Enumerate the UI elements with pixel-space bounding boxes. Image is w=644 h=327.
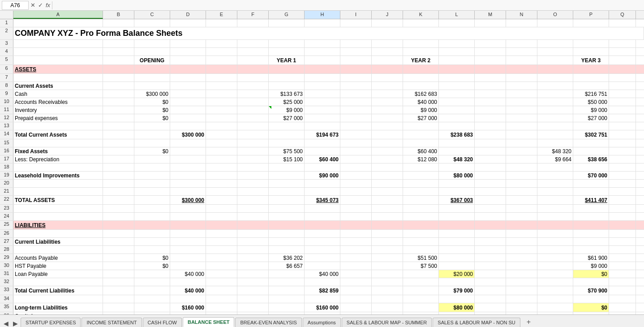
col-header-c[interactable]: C (134, 11, 170, 19)
tab-sales-labour-non-su[interactable]: SALES & LABOUR MAP - NON SU (433, 318, 520, 327)
cell-total-cl-yr2[interactable]: $79 000 (439, 286, 475, 295)
cell-assets[interactable]: ASSETS (13, 65, 103, 73)
cell-total-ca-yr3[interactable]: $302 751 (573, 130, 609, 139)
cell-total-ca-opening[interactable]: $300 000 (170, 130, 206, 139)
cell-ar-yr1[interactable]: $25 000 (269, 98, 305, 106)
cell-total-assets-opening[interactable]: $300 000 (170, 196, 206, 204)
cell-hst-yr2[interactable]: $7 500 (403, 262, 439, 270)
cell-prepaid-yr1[interactable]: $27 000 (269, 114, 305, 122)
tab-assumptions[interactable]: Assumptions (303, 318, 341, 327)
cell-lt-liab-opening[interactable]: $160 000 (170, 303, 206, 312)
col-header-a[interactable]: A (13, 11, 103, 19)
cell-ap-yr2[interactable]: $51 500 (403, 254, 439, 262)
cell-year2-header[interactable]: YEAR 2 (403, 56, 439, 65)
cell-loan-yr1[interactable]: $40 000 (305, 270, 340, 278)
cell-total-assets-yr3[interactable]: $411 407 (573, 196, 609, 204)
cell-k1[interactable] (403, 19, 439, 27)
cell-cash-opening[interactable]: $300 000 (134, 90, 170, 98)
cell-total-cl-yr3[interactable]: $70 900 (573, 286, 609, 295)
cell-ap-label[interactable]: Accounts Payable (13, 254, 103, 262)
cell-hst-yr3[interactable]: $9 000 (573, 262, 609, 270)
cell-lt-liab-yr2[interactable]: $80 000 (439, 303, 475, 312)
col-header-i[interactable]: I (340, 11, 372, 19)
cell-loan-yr3[interactable]: $0 (573, 270, 609, 278)
cell-prepaid-yr2[interactable]: $27 000 (403, 114, 439, 122)
cell-f1[interactable] (237, 19, 269, 27)
cell-loan-yr2[interactable]: $20 000 (439, 270, 475, 278)
col-header-p[interactable]: P (573, 11, 609, 19)
col-header-q[interactable]: Q (609, 11, 636, 19)
col-header-f[interactable]: F (237, 11, 269, 19)
cell-ap-opening[interactable]: $0 (134, 254, 170, 262)
cell-b1[interactable] (103, 19, 134, 27)
tab-cash-flow[interactable]: CASH FLOW (143, 318, 182, 327)
cell-inv-opening[interactable]: $0 (134, 106, 170, 114)
col-header-r[interactable]: R (636, 11, 644, 19)
col-header-j[interactable]: J (372, 11, 403, 19)
cell-opening-header[interactable]: OPENING (134, 56, 170, 65)
cell-depr-yr3-o[interactable]: $9 664 (537, 155, 573, 163)
tab-scroll-left[interactable]: ◀ (2, 320, 10, 327)
cell-q1[interactable] (609, 19, 636, 27)
cell-fixed-opening[interactable]: $0 (134, 147, 170, 155)
cell-depr-yr2-l[interactable]: $48 320 (439, 155, 475, 163)
cell-liabilities[interactable]: LIABILITIES (13, 221, 103, 229)
cell-l1[interactable] (439, 19, 475, 27)
cell-depr-yr2-k[interactable]: $12 080 (403, 155, 439, 163)
cell-total-cl-yr1[interactable]: $82 859 (305, 286, 340, 295)
cell-lt-liab-yr3[interactable]: $0 (573, 303, 609, 312)
cell-e1[interactable] (206, 19, 237, 27)
cell-d1[interactable] (170, 19, 206, 27)
cell-total-cl-label[interactable]: Total Current Liabilities (13, 286, 103, 295)
cell-total-ca-yr1[interactable]: $194 673 (305, 130, 340, 139)
cell-fixed-yr3-o[interactable]: $48 320 (537, 147, 573, 155)
cell-n1[interactable] (506, 19, 537, 27)
add-sheet-button[interactable]: + (523, 317, 534, 327)
fx-icon[interactable]: fx (46, 2, 50, 9)
cell-a3[interactable] (13, 40, 103, 47)
col-header-m[interactable]: M (475, 11, 506, 19)
tab-startup-expenses[interactable]: STARTUP EXPENSES (21, 318, 81, 327)
cell-inv-yr3[interactable]: $9 000 (573, 106, 609, 114)
cell-fixed-yr2[interactable]: $60 400 (403, 147, 439, 155)
cell-ar-yr2[interactable]: $40 000 (403, 98, 439, 106)
cell-r1[interactable] (636, 19, 644, 27)
cell-fixed-assets-label[interactable]: Fixed Assets (13, 147, 103, 155)
col-header-e[interactable]: E (206, 11, 237, 19)
tab-income-statement[interactable]: INCOME STATEMENT (82, 318, 142, 327)
cell-a1[interactable] (13, 19, 103, 27)
cell-ap-yr1[interactable]: $36 202 (269, 254, 305, 262)
cell-j1[interactable] (372, 19, 403, 27)
cell-o1[interactable] (537, 19, 573, 27)
cell-depr-yr1-g[interactable]: $15 100 (269, 155, 305, 163)
cell-total-ca-label[interactable]: Total Current Assets (13, 130, 103, 139)
cell-ar-yr3[interactable]: $50 000 (573, 98, 609, 106)
cell-p1[interactable] (573, 19, 609, 27)
cell-title[interactable]: COMPANY XYZ - Pro Forma Balance Sheets (13, 27, 644, 39)
col-header-d[interactable]: D (170, 11, 206, 19)
cell-c1[interactable] (134, 19, 170, 27)
tab-scroll-right[interactable]: ▶ (11, 320, 20, 327)
cell-hst-opening[interactable]: $0 (134, 262, 170, 270)
cell-inv-yr2[interactable]: $9 000 (403, 106, 439, 114)
col-header-k[interactable]: K (403, 11, 439, 19)
cell-cash-yr3[interactable]: $216 751 (573, 90, 609, 98)
cell-m1[interactable] (475, 19, 506, 27)
cell-prepaid-yr3[interactable]: $27 000 (573, 114, 609, 122)
cell-i1[interactable] (340, 19, 372, 27)
tab-balance-sheet[interactable]: BALANCE SHEET (183, 317, 235, 327)
cell-total-cl-opening[interactable]: $40 000 (170, 286, 206, 295)
cell-reference-box[interactable] (2, 1, 29, 10)
cell-leasehold-label[interactable]: Leasehold Improvements (13, 172, 103, 179)
cell-leasehold-yr3[interactable]: $70 000 (573, 172, 609, 179)
cell-h1[interactable] (305, 19, 340, 27)
cell-g1[interactable] (269, 19, 305, 27)
col-header-n[interactable]: N (506, 11, 537, 19)
cell-cash-label[interactable]: Cash (13, 90, 103, 98)
cell-ap-yr3[interactable]: $61 900 (573, 254, 609, 262)
cancel-icon[interactable]: ✕ (30, 2, 35, 9)
cell-loan-opening[interactable]: $40 000 (170, 270, 206, 278)
cell-fixed-yr1[interactable]: $75 500 (269, 147, 305, 155)
cell-inv-label[interactable]: Inventory (13, 106, 103, 114)
cell-current-assets[interactable]: Current Assets (13, 82, 103, 90)
